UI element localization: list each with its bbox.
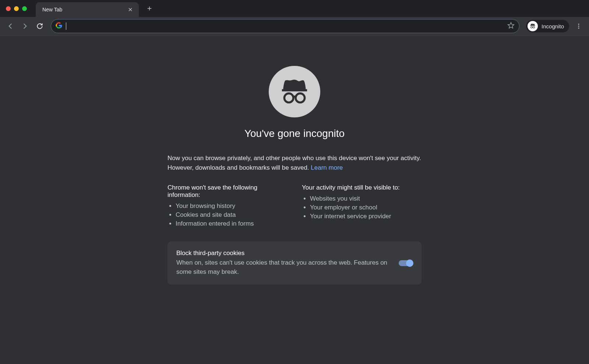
- block-cookies-toggle[interactable]: [399, 260, 413, 266]
- profile-chip[interactable]: Incognito: [526, 20, 569, 32]
- list-item: Information entered in forms: [176, 220, 287, 227]
- info-columns: Chrome won't save the following informat…: [167, 184, 422, 229]
- svg-point-6: [296, 93, 305, 103]
- intro-text: Now you can browse privately, and other …: [167, 155, 421, 171]
- page-body: You've gone incognito Now you can browse…: [0, 35, 589, 364]
- list-item: Your browsing history: [176, 202, 287, 210]
- reload-button[interactable]: [33, 20, 46, 33]
- search-engine-icon: [56, 22, 62, 30]
- svg-point-3: [578, 26, 579, 27]
- intro-paragraph: Now you can browse privately, and other …: [167, 153, 422, 172]
- list-item: Websites you visit: [310, 195, 422, 202]
- panel-description: When on, sites can't use cookies that tr…: [176, 258, 390, 276]
- list-item: Your employer or school: [310, 204, 422, 211]
- incognito-hero-icon: [269, 66, 320, 117]
- close-window-button[interactable]: [6, 6, 11, 11]
- content: You've gone incognito Now you can browse…: [167, 66, 422, 364]
- panel-text: Block third-party cookies When on, sites…: [176, 250, 399, 276]
- col-still-visible: Your activity might still be visible to:…: [302, 184, 422, 229]
- col2-list: Websites you visit Your employer or scho…: [302, 195, 422, 220]
- svg-point-0: [531, 26, 533, 28]
- fullscreen-window-button[interactable]: [22, 6, 27, 11]
- forward-button[interactable]: [18, 20, 32, 33]
- svg-point-4: [578, 28, 579, 29]
- col1-list: Your browsing history Cookies and site d…: [167, 202, 287, 227]
- incognito-avatar-icon: [528, 21, 538, 31]
- tab-title: New Tab: [42, 7, 127, 13]
- address-bar[interactable]: [51, 19, 519, 33]
- list-item: Your internet service provider: [310, 213, 422, 220]
- col1-heading: Chrome won't save the following informat…: [167, 184, 287, 199]
- cookies-panel: Block third-party cookies When on, sites…: [167, 241, 422, 285]
- address-input[interactable]: [70, 20, 504, 33]
- toggle-knob: [406, 259, 413, 267]
- panel-title: Block third-party cookies: [176, 250, 390, 257]
- svg-point-2: [578, 24, 579, 25]
- kebab-menu-button[interactable]: [572, 20, 585, 33]
- bookmark-star-icon[interactable]: [507, 22, 515, 31]
- col2-heading: Your activity might still be visible to:: [302, 184, 422, 191]
- col-not-saved: Chrome won't save the following informat…: [167, 184, 287, 229]
- close-tab-button[interactable]: [127, 6, 134, 13]
- svg-point-5: [284, 93, 293, 103]
- back-button[interactable]: [4, 20, 17, 33]
- titlebar: New Tab: [0, 0, 589, 17]
- text-cursor: [66, 22, 66, 30]
- page-heading: You've gone incognito: [167, 128, 422, 139]
- new-tab-button[interactable]: [144, 3, 155, 14]
- browser-tab[interactable]: New Tab: [36, 2, 139, 17]
- toolbar: Incognito: [0, 17, 589, 35]
- learn-more-link[interactable]: Learn more: [311, 164, 343, 171]
- svg-point-1: [533, 26, 535, 28]
- minimize-window-button[interactable]: [14, 6, 19, 11]
- list-item: Cookies and site data: [176, 211, 287, 219]
- window-controls: [0, 6, 27, 11]
- profile-label: Incognito: [542, 23, 564, 29]
